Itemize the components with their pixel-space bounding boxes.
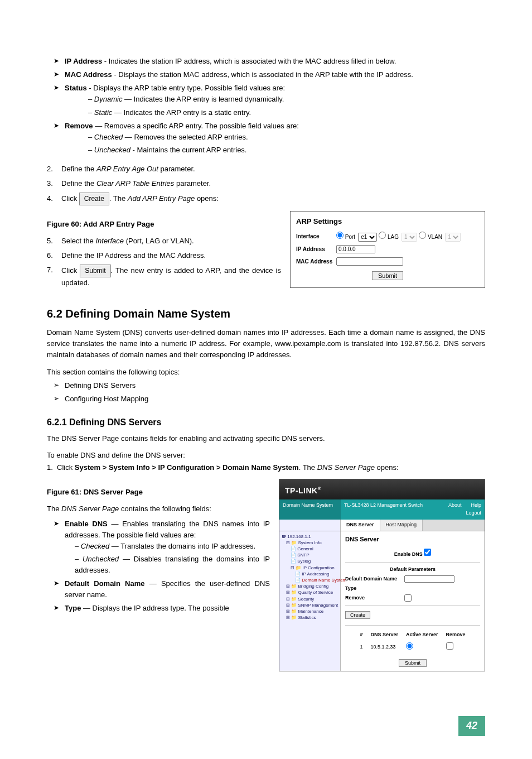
submit-button[interactable]: Submit [372, 271, 403, 280]
list-item: Enable DNS — Enables translating the DNS… [54, 518, 270, 577]
tree-qos[interactable]: ⊞ 📁 Quality of Service [282, 589, 338, 595]
create-button[interactable]: Create [345, 611, 370, 619]
tree-general[interactable]: 📄 General [282, 546, 338, 552]
submit-button-inline[interactable]: Submit [80, 265, 110, 277]
default-parameters-label: Default Parameters [345, 566, 480, 574]
brand-logo: TP-LINK® [279, 479, 485, 499]
figure-60-caption: Figure 60: Add ARP Entry Page [47, 219, 281, 230]
ip-address-input[interactable] [336, 245, 375, 253]
mac-label: MAC Address [296, 257, 336, 266]
list-item: MAC Address - Displays the station MAC a… [54, 69, 485, 80]
tree-snmp[interactable]: ⊞ 📁 SNMP Management [282, 602, 338, 608]
dns-fields-list: Enable DNS — Enables translating the DNS… [54, 518, 270, 614]
list-item: Type — Displays the IP address type. The… [54, 603, 270, 614]
enable-sublist: – Checked — Translates the domains into … [75, 541, 270, 576]
tree-root[interactable]: 🖳 192.168.1.1 [282, 534, 338, 540]
submit-button[interactable]: Submit [399, 659, 427, 667]
list-item: – Checked — Removes the selected ARP ent… [88, 132, 485, 143]
status-sublist: – Dynamic — Indicates the ARP entry is l… [88, 94, 485, 118]
section-6-2-topics: Defining DNS Servers Configuring Host Ma… [54, 380, 485, 405]
list-item: Status - Displays the ARP table entry ty… [54, 83, 485, 118]
section-6-2-1-heading: 6.2.1 Defining DNS Servers [47, 416, 485, 430]
steps-5-7: 5.Select the Interface (Port, LAG or VLA… [47, 236, 281, 289]
type-label: Type [345, 585, 401, 593]
list-item: IP Address - Indicates the station IP ad… [54, 56, 485, 67]
tree-sntp[interactable]: 📄 SNTP [282, 552, 338, 558]
vlan-radio[interactable]: VLAN [419, 234, 442, 240]
ip-label: IP Address [296, 245, 336, 254]
list-item: Remove — Removes a specific ARP entry. T… [54, 121, 485, 156]
active-server-radio[interactable] [406, 642, 413, 650]
tree-syslog[interactable]: 📄 Syslog [282, 558, 338, 564]
tabs: DNS Server Host Mapping [279, 520, 485, 531]
section-6-2-1-p1: The DNS Server Page contains fields for … [47, 433, 485, 444]
remove-checkbox[interactable] [404, 594, 412, 602]
list-item: – Checked — Translates the domains into … [75, 541, 270, 552]
step-5: 5.Select the Interface (Port, LAG or VLA… [47, 236, 281, 247]
th-remove: Remove [443, 630, 469, 640]
interface-radio-group: Port e1 LAG 1 VLAN 1 [336, 232, 461, 242]
lag-radio[interactable]: LAG [379, 234, 399, 240]
interface-label: Interface [296, 232, 336, 241]
list-item: Configuring Host Mapping [54, 393, 485, 405]
tree-ip-addressing[interactable]: 📄 IP Addressing [282, 571, 338, 577]
tree-maintenance[interactable]: ⊞ 📁 Maintenance [282, 608, 338, 614]
list-item: – Unchecked — Disables translating the d… [75, 554, 270, 576]
list-item: – Dynamic — Indicates the ARP entry is l… [88, 94, 485, 105]
step-4: 4.Click Create. The Add ARP Entry Page o… [47, 193, 485, 205]
steps-2-4: 2.Define the ARP Entry Age Out parameter… [47, 164, 485, 205]
mac-address-input[interactable] [336, 257, 403, 266]
dns-server-page-screenshot: TP-LINK® Domain Name System TL-SL3428 L2… [279, 479, 485, 671]
tree-dns[interactable]: 📄 Domain Name System [282, 577, 338, 583]
vlan-select[interactable]: 1 [445, 233, 461, 242]
list-item: – Static — Indicates the ARP entry is a … [88, 107, 485, 118]
section-6-2-p1: Domain Name System (DNS) converts user-d… [47, 327, 485, 361]
arp-settings-panel: ARP Settings Interface Port e1 LAG 1 VLA… [290, 211, 485, 288]
device-title: TL-SL3428 L2 Management Switch [341, 499, 445, 520]
figure-61-caption: Figure 61: DNS Server Page [47, 487, 270, 498]
tab-dns-server[interactable]: DNS Server [341, 520, 380, 531]
step-7: 7.Click Submit. The new entry is added t… [47, 265, 281, 289]
panel-title: ARP Settings [296, 216, 479, 227]
tree-system-info[interactable]: ⊟ 📁 System Info [282, 540, 338, 546]
lag-select[interactable]: 1 [402, 233, 417, 242]
th-num: # [356, 630, 366, 640]
port-select[interactable]: e1 [358, 233, 377, 242]
ddn-label: Default Domain Name [345, 575, 401, 583]
th-active: Active Server [403, 630, 442, 640]
tree-security[interactable]: ⊞ 📁 Security [282, 596, 338, 602]
section-6-2-p2: This section contains the following topi… [47, 367, 485, 378]
section-6-2-1-p2: To enable DNS and define the DNS server: [47, 450, 485, 461]
remove-sublist: – Checked — Removes the selected ARP ent… [88, 132, 485, 156]
list-item: – Unchecked - Maintains the current ARP … [88, 145, 485, 156]
tree-ip-config[interactable]: ⊟ 📁 IP Configuration [282, 565, 338, 571]
port-radio[interactable]: Port [336, 234, 355, 240]
page-context: Domain Name System [279, 499, 341, 520]
about-link[interactable]: About [448, 502, 462, 517]
section-6-2-1-step1: 1. Click System > System Info > IP Confi… [47, 462, 485, 473]
tab-host-mapping[interactable]: Host Mapping [380, 520, 423, 531]
list-item: Default Domain Name — Specifies the user… [54, 578, 270, 601]
nav-tree: 🖳 192.168.1.1 ⊟ 📁 System Info 📄 General … [279, 531, 341, 671]
dns-heading: DNS Server [345, 535, 480, 544]
dns-server-table: # DNS Server Active Server Remove 1 10.5… [355, 629, 470, 655]
dns-main: DNS Server Enable DNS Default Parameters… [341, 531, 485, 671]
section-6-2-heading: 6.2 Defining Domain Name System [47, 305, 485, 323]
field-list-top: IP Address - Indicates the station IP ad… [54, 56, 485, 156]
table-row: 1 10.5.1.2.33 [356, 641, 468, 654]
step-3: 3.Define the Clear ARP Table Entries par… [47, 178, 485, 189]
dns-fields-intro: The DNS Server Page contains the followi… [47, 503, 270, 515]
step-2: 2.Define the ARP Entry Age Out parameter… [47, 164, 485, 175]
tree-statistics[interactable]: ⊞ 📁 Statistics [282, 614, 338, 621]
enable-dns-label: Enable DNS [394, 551, 423, 557]
remove-label: Remove [345, 594, 401, 602]
remove-row-checkbox[interactable] [446, 642, 453, 650]
tree-bridging[interactable]: ⊞ 📁 Bridging Config [282, 583, 338, 589]
help-link[interactable]: Help [471, 502, 481, 508]
list-item: Defining DNS Servers [54, 380, 485, 391]
ddn-input[interactable] [404, 575, 454, 583]
create-button[interactable]: Create [79, 193, 109, 205]
logout-link[interactable]: Logout [466, 510, 481, 516]
page-number: 42 [47, 716, 485, 736]
enable-dns-checkbox[interactable] [424, 549, 431, 556]
